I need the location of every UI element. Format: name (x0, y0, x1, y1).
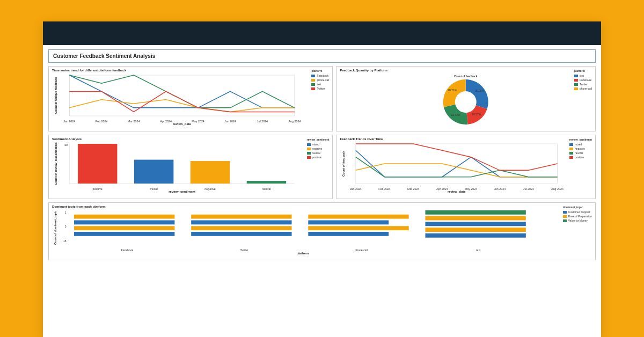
svg-rect-53 (191, 226, 291, 230)
svg-rect-46 (74, 215, 174, 219)
svg-rect-21 (78, 144, 117, 184)
panel-trend: Feedback Trends Over Time review_sentime… (336, 135, 596, 199)
page-title: Customer Feedback Sentiment Analysis (53, 53, 591, 59)
window-titlebar (43, 21, 601, 45)
svg-text:5: 5 (65, 225, 67, 228)
svg-text:Jul 2024: Jul 2024 (523, 187, 534, 191)
panel-title: Sentiment Analysis (52, 137, 329, 141)
svg-text:Aug 2024: Aug 2024 (288, 120, 301, 123)
svg-text:Jan 2024: Jan 2024 (350, 187, 362, 191)
svg-text:15: 15 (63, 239, 67, 243)
svg-text:text: text (476, 248, 481, 252)
svg-text:Count of Unique feedback: Count of Unique feedback (54, 77, 57, 114)
svg-text:neutral: neutral (262, 187, 270, 191)
svg-rect-64 (425, 228, 525, 232)
panel-time-series: Time series trend for different platform… (48, 66, 333, 131)
svg-rect-56 (308, 215, 408, 219)
svg-rect-59 (308, 232, 389, 236)
svg-text:Jul 2024: Jul 2024 (257, 120, 268, 123)
svg-rect-61 (425, 210, 525, 215)
svg-text:30.00%: 30.00% (475, 89, 485, 92)
svg-rect-65 (425, 233, 525, 238)
svg-text:Jan 2024: Jan 2024 (63, 120, 75, 123)
svg-rect-51 (191, 215, 291, 219)
svg-rect-49 (74, 232, 174, 236)
chart-dominant-topic: Count of dominant_topicplatform1515Faceb… (52, 209, 592, 254)
svg-rect-0 (69, 75, 295, 116)
page-title-box: Customer Feedback Sentiment Analysis (48, 49, 596, 63)
svg-text:May 2024: May 2024 (465, 187, 478, 191)
panel-title: Time series trend for different platform… (52, 69, 329, 72)
svg-text:Jun 2024: Jun 2024 (224, 120, 236, 123)
svg-text:mixed: mixed (150, 187, 157, 191)
row-2: Sentiment Analysis review_sentiment mixe… (48, 135, 596, 199)
svg-text:28.71%: 28.71% (448, 89, 458, 92)
svg-rect-63 (425, 222, 525, 226)
svg-text:Count of feedback: Count of feedback (454, 75, 478, 78)
dashboard-window: Customer Feedback Sentiment Analysis Tim… (43, 21, 601, 337)
svg-text:platform: platform (297, 252, 309, 254)
panel-sentiment-bar: Sentiment Analysis review_sentiment mixe… (48, 135, 333, 199)
panel-title: Feedback Quantity by Platform (340, 69, 592, 72)
svg-text:positive: positive (93, 187, 103, 191)
chart-trend: Jan 2024Feb 2024Mar 2024Apr 2024May 2024… (340, 142, 592, 193)
svg-text:Twitter: Twitter (240, 248, 248, 252)
svg-rect-58 (308, 226, 408, 230)
svg-text:review_date: review_date (448, 191, 466, 193)
panel-dominant-topic: Dominant topic from each platform domina… (48, 202, 596, 260)
svg-text:Mar 2024: Mar 2024 (128, 120, 140, 123)
svg-rect-52 (191, 221, 291, 225)
svg-text:Count of feedback: Count of feedback (342, 150, 345, 177)
svg-text:18.57%: 18.57% (472, 113, 482, 116)
svg-text:30: 30 (64, 143, 68, 146)
svg-text:May 2024: May 2024 (192, 120, 204, 123)
panel-title: Dominant topic from each platform (52, 205, 592, 208)
chart-time-series: Jan 2024Feb 2024Mar 2024Apr 2024May 2024… (52, 73, 329, 126)
svg-rect-25 (191, 161, 230, 184)
svg-text:1: 1 (65, 211, 67, 214)
svg-rect-54 (191, 232, 291, 236)
chart-pie: Count of feedback30.00%18.57%22.72%28.71… (340, 73, 592, 126)
svg-text:review_date: review_date (173, 123, 191, 126)
panel-pie: Feedback Quantity by Platform platform t… (336, 66, 596, 131)
chart-sentiment-bar: Count of review_classificationreview_sen… (52, 142, 329, 193)
svg-text:Apr 2024: Apr 2024 (437, 187, 449, 191)
svg-text:negative: negative (204, 187, 215, 191)
svg-text:Jun 2024: Jun 2024 (494, 187, 506, 191)
svg-rect-57 (308, 221, 389, 225)
svg-rect-47 (74, 221, 174, 225)
svg-text:Mar 2024: Mar 2024 (407, 187, 420, 191)
panel-title: Feedback Trends Over Time (340, 137, 592, 141)
svg-rect-62 (425, 216, 525, 221)
svg-text:Feb 2024: Feb 2024 (379, 187, 391, 191)
svg-text:Count of review_classification: Count of review_classification (54, 142, 57, 185)
svg-rect-27 (247, 181, 286, 184)
svg-text:Facebook: Facebook (121, 248, 134, 252)
svg-rect-48 (74, 226, 174, 230)
svg-rect-23 (134, 160, 173, 184)
svg-text:Apr 2024: Apr 2024 (160, 120, 172, 123)
row-3: Dominant topic from each platform domina… (48, 202, 596, 260)
svg-text:phone-call: phone-call (355, 248, 368, 252)
svg-text:22.72%: 22.72% (451, 113, 461, 116)
svg-text:review_sentiment: review_sentiment (169, 191, 195, 193)
svg-text:Count of dominant_topic: Count of dominant_topic (54, 210, 57, 244)
dashboard-content: Customer Feedback Sentiment Analysis Tim… (43, 45, 601, 268)
svg-text:Aug 2024: Aug 2024 (552, 187, 564, 191)
row-1: Time series trend for different platform… (48, 66, 596, 131)
svg-text:Feb 2024: Feb 2024 (96, 120, 108, 123)
